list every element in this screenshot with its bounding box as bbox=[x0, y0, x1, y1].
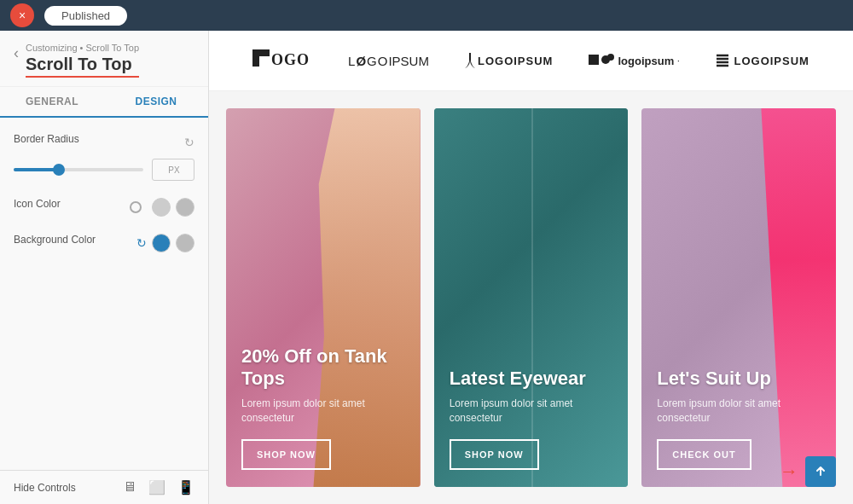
logo-2: LØGOIPSUM bbox=[348, 53, 429, 69]
bg-color-options: ↻ bbox=[136, 234, 194, 252]
card-3-desc: Lorem ipsum dolor sit amet consectetur bbox=[657, 397, 821, 426]
hide-controls-label: Hide Controls bbox=[14, 482, 113, 494]
background-color-control: Background Color ↻ bbox=[14, 234, 194, 252]
card-3: Let's Suit Up Lorem ipsum dolor sit amet… bbox=[641, 108, 836, 487]
preview-area: OGO LØGOIPSUM LOGOIPSUM bbox=[209, 31, 853, 504]
card-2-content: Latest Eyewear Lorem ipsum dolor sit ame… bbox=[434, 108, 629, 487]
slider-track bbox=[14, 168, 143, 171]
reset-bg-color-icon[interactable]: ↻ bbox=[136, 236, 147, 250]
logo-4: logoipsum· bbox=[589, 53, 679, 68]
main-layout: ‹ Customizing • Scroll To Top Scroll To … bbox=[0, 31, 853, 504]
icon-color-label: Icon Color bbox=[14, 198, 61, 210]
tab-design[interactable]: DESIGN bbox=[104, 87, 208, 118]
card-1-desc: Lorem ipsum dolor sit amet consectetur bbox=[241, 397, 405, 426]
tablet-icon[interactable]: ⬜ bbox=[148, 479, 165, 495]
logo-5: LOGOIPSUM bbox=[715, 53, 809, 68]
border-radius-control: Border Radius ↻ PX bbox=[14, 133, 194, 181]
border-radius-label: Border Radius bbox=[14, 133, 79, 145]
card-1-title: 20% Off on Tank Tops bbox=[241, 345, 405, 391]
slider-thumb[interactable] bbox=[53, 164, 65, 176]
background-color-label: Background Color bbox=[14, 234, 96, 246]
card-3-title: Let's Suit Up bbox=[657, 368, 821, 390]
page-title: Scroll To Top bbox=[26, 55, 139, 78]
card-1-content: 20% Off on Tank Tops Lorem ipsum dolor s… bbox=[226, 108, 421, 487]
icon-color-circle-2[interactable] bbox=[176, 198, 194, 217]
card-2-button[interactable]: SHOP NOW bbox=[450, 439, 539, 470]
icon-color-circle-1[interactable] bbox=[152, 198, 171, 217]
card-1-button[interactable]: SHOP NOW bbox=[241, 439, 331, 470]
tab-general[interactable]: GENERAL bbox=[0, 87, 104, 116]
icon-color-radio[interactable] bbox=[130, 201, 142, 213]
sidebar: ‹ Customizing • Scroll To Top Scroll To … bbox=[0, 31, 209, 504]
sidebar-content: Border Radius ↻ PX Icon Color bbox=[0, 118, 208, 470]
sidebar-tabs: GENERAL DESIGN bbox=[0, 87, 208, 118]
card-3-content: Let's Suit Up Lorem ipsum dolor sit amet… bbox=[641, 108, 836, 487]
border-radius-slider-row: PX bbox=[14, 159, 194, 181]
published-badge: Published bbox=[44, 6, 127, 26]
close-button[interactable]: × bbox=[10, 3, 34, 27]
card-2: Latest Eyewear Lorem ipsum dolor sit ame… bbox=[434, 108, 629, 487]
card-1: 20% Off on Tank Tops Lorem ipsum dolor s… bbox=[226, 108, 421, 487]
svg-point-5 bbox=[607, 54, 614, 61]
top-bar: × Published bbox=[0, 0, 853, 31]
svg-text:OGO: OGO bbox=[271, 51, 310, 68]
border-radius-input[interactable]: PX bbox=[152, 159, 194, 181]
mobile-icon[interactable]: 📱 bbox=[177, 479, 194, 495]
sidebar-header: ‹ Customizing • Scroll To Top Scroll To … bbox=[0, 31, 208, 87]
logo-bar: OGO LØGOIPSUM LOGOIPSUM bbox=[209, 31, 853, 91]
logo-1: OGO bbox=[252, 46, 312, 75]
card-3-button[interactable]: CHECK OUT bbox=[657, 439, 751, 470]
reset-border-radius-icon[interactable]: ↻ bbox=[184, 136, 194, 149]
svg-rect-1 bbox=[252, 49, 270, 56]
back-button[interactable]: ‹ bbox=[14, 43, 19, 62]
bg-color-circle-blue[interactable] bbox=[152, 234, 171, 252]
sidebar-header-text: Customizing • Scroll To Top Scroll To To… bbox=[26, 43, 139, 78]
bg-color-circle-gray[interactable] bbox=[176, 234, 194, 252]
sidebar-footer: Hide Controls 🖥 ⬜ 📱 bbox=[0, 470, 208, 504]
cards-area: 20% Off on Tank Tops Lorem ipsum dolor s… bbox=[209, 91, 853, 504]
icon-color-control: Icon Color bbox=[14, 198, 194, 217]
logo-3: LOGOIPSUM bbox=[465, 53, 553, 68]
breadcrumb: Customizing • Scroll To Top bbox=[26, 43, 139, 53]
device-icons: 🖥 ⬜ 📱 bbox=[123, 479, 194, 495]
card-2-title: Latest Eyewear bbox=[450, 368, 613, 390]
desktop-icon[interactable]: 🖥 bbox=[123, 479, 136, 495]
icon-color-options bbox=[130, 198, 194, 217]
card-2-desc: Lorem ipsum dolor sit amet consectetur bbox=[450, 397, 613, 426]
svg-rect-3 bbox=[589, 55, 599, 65]
